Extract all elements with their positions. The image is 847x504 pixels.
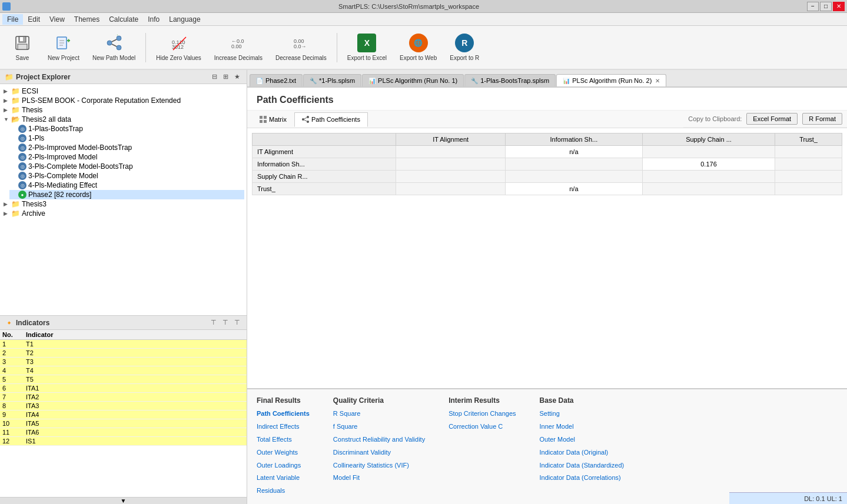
panel-header-icons[interactable]: ⊟ ⊞ ★ <box>210 72 242 81</box>
tab-1plas-bootstrap[interactable]: 🔧 1-Plas-BootsTrap.splsm <box>464 74 556 86</box>
link-indicator-standardized[interactable]: Indicator Data (Standardized) <box>540 460 625 472</box>
link-r-square[interactable]: R Square <box>333 408 425 420</box>
filter-icon-2[interactable]: ⊤ <box>221 318 230 327</box>
ind-row-4[interactable]: 4T4 <box>0 366 247 375</box>
expand-icon-plssem: ▶ <box>4 98 9 104</box>
export-excel-button[interactable]: X Export to Excel <box>342 28 392 66</box>
ind-row-10[interactable]: 10ITA5 <box>0 419 247 428</box>
filter-icon-3[interactable]: ⊤ <box>232 318 242 327</box>
new-path-model-button[interactable]: + New Path Model <box>87 28 141 66</box>
tree-item-1pls[interactable]: ◎ 1-Pls <box>9 133 244 143</box>
tree-item-ecsi[interactable]: ▶ 📁 ECSI <box>2 86 244 96</box>
link-total-effects[interactable]: Total Effects <box>257 434 310 446</box>
ind-row-5[interactable]: 5T5 <box>0 375 247 384</box>
tree-item-4pls-mediating[interactable]: ◎ 4-Pls-Mediating Effect <box>9 181 244 190</box>
results-bottom: Final Results Path Coefficients Indirect… <box>247 388 847 504</box>
tree-item-thesis3[interactable]: ▶ 📁 Thesis3 <box>2 199 244 209</box>
tree-item-thesis[interactable]: ▶ 📁 Thesis <box>2 105 244 115</box>
menu-edit[interactable]: Edit <box>23 14 45 25</box>
tab-close-algo2[interactable]: ✕ <box>655 78 660 84</box>
decrease-decimals-button[interactable]: 0.00 0.0→ Decrease Decimals <box>270 28 332 66</box>
expand-all-icon[interactable]: ⊞ <box>221 72 230 81</box>
link-discriminant-validity[interactable]: Discriminant Validity <box>333 447 425 459</box>
link-setting[interactable]: Setting <box>540 408 625 420</box>
tree-item-archive[interactable]: ▶ 📁 Archive <box>2 209 244 218</box>
tree-item-3pls-complete-bt[interactable]: ◎ 3-Pls-Complete Model-BootsTrap <box>9 162 244 171</box>
link-outer-model[interactable]: Outer Model <box>540 434 625 446</box>
tree-item-1plas-bootstrap[interactable]: ◎ 1-Plas-BootsTrap <box>9 124 244 133</box>
excel-format-button[interactable]: Excel Format <box>746 113 798 125</box>
tab-phase2-txt[interactable]: 📄 Phase2.txt <box>250 74 303 86</box>
ind-row-11[interactable]: 11ITA6 <box>0 428 247 437</box>
tree-label-plssem: PLS-SEM BOOK - Corporate Reputation Exte… <box>22 96 181 105</box>
link-outer-loadings[interactable]: Outer Loadings <box>257 460 310 472</box>
ind-row-8[interactable]: 8ITA3 <box>0 402 247 410</box>
tab-plsc-algo-1[interactable]: 📊 PLSc Algorithm (Run No. 1) <box>362 74 464 86</box>
ind-row-12[interactable]: 12IS1 <box>0 437 247 446</box>
ind-row-1[interactable]: 1T1 <box>0 340 247 349</box>
link-indicator-original[interactable]: Indicator Data (Original) <box>540 447 625 459</box>
folder-icon-ecsi: 📁 <box>11 87 20 95</box>
link-indicator-correlations[interactable]: Indicator Data (Correlations) <box>540 472 625 484</box>
menu-view[interactable]: View <box>45 14 69 25</box>
tree-item-thesis2[interactable]: ▼ 📂 Thesis2 all data <box>2 115 244 124</box>
tree-item-phase2[interactable]: ● Phase2 [82 records] <box>9 190 244 199</box>
link-collinearity-statistics[interactable]: Collinearity Statistics (VIF) <box>333 460 425 472</box>
link-model-fit[interactable]: Model Fit <box>333 472 425 484</box>
menu-themes[interactable]: Themes <box>69 14 104 25</box>
tree-item-plssem[interactable]: ▶ 📁 PLS-SEM BOOK - Corporate Reputation … <box>2 96 244 105</box>
indicators-table: 1T1 2T2 3T3 4T4 5T5 6ITA1 7ITA2 8ITA3 9I… <box>0 340 247 497</box>
link-path-coefficients[interactable]: Path Coefficients <box>257 408 310 420</box>
ind-row-6[interactable]: 6ITA1 <box>0 384 247 393</box>
ind-row-2[interactable]: 2T2 <box>0 349 247 358</box>
minimize-button[interactable]: − <box>807 2 819 11</box>
sub-tab-path-label: Path Coefficients <box>311 116 360 123</box>
indicators-header-icons[interactable]: ⊤ ⊤ ⊤ <box>209 318 242 327</box>
tree-item-3pls-complete[interactable]: ◎ 3-Pls-Complete Model <box>9 171 244 181</box>
tab-plsc-algo-2[interactable]: 📊 PLSc Algorithm (Run No. 2) ✕ <box>556 74 666 88</box>
ind-row-9[interactable]: 9ITA4 <box>0 410 247 419</box>
tab-1pls-splsm[interactable]: 🔧 *1-Pls.splsm <box>303 74 361 86</box>
increase-decimals-button[interactable]: ←0.0 0.00 Increase Decimals <box>209 28 268 66</box>
r-icon-inner: R <box>455 34 474 52</box>
collapse-all-icon[interactable]: ⊟ <box>210 72 219 81</box>
link-stop-criterion[interactable]: Stop Criterion Changes <box>449 408 516 420</box>
hide-zero-values-button[interactable]: 0.110 3012 Hide Zero Values <box>151 28 207 66</box>
link-construct-reliability[interactable]: Construct Reliability and Validity <box>333 434 425 446</box>
close-button[interactable]: ✕ <box>833 2 845 11</box>
link-outer-weights[interactable]: Outer Weights <box>257 447 310 459</box>
maximize-button[interactable]: □ <box>820 2 832 11</box>
export-r-button[interactable]: R Export to R <box>444 28 484 66</box>
tree-item-2pls-improved-bt[interactable]: ◎ 2-Pls-Improved Model-BootsTrap <box>9 143 244 152</box>
link-indirect-effects[interactable]: Indirect Effects <box>257 421 310 433</box>
r-format-button[interactable]: R Format <box>802 113 842 125</box>
final-results-title: Final Results <box>257 396 310 405</box>
link-latent-variable[interactable]: Latent Variable <box>257 472 310 484</box>
link-correction-value[interactable]: Correction Value C <box>449 421 516 433</box>
scroll-down-btn[interactable]: ▼ <box>0 497 247 504</box>
filter-icon-1[interactable]: ⊤ <box>209 318 218 327</box>
cell-trust-trust <box>775 183 842 195</box>
menu-info[interactable]: Info <box>143 14 164 25</box>
ind-row-7[interactable]: 7ITA2 <box>0 393 247 402</box>
link-f-square[interactable]: f Square <box>333 421 425 433</box>
decrease-decimals-label: Decrease Decimals <box>275 55 327 61</box>
sub-tab-matrix[interactable]: Matrix <box>252 112 294 126</box>
save-button[interactable]: Save <box>5 28 40 66</box>
cell-trust-it <box>396 183 506 195</box>
sub-tabs: Matrix Path Coefficients <box>247 112 373 126</box>
menu-calculate[interactable]: Calculate <box>104 14 143 25</box>
export-web-button[interactable]: 🌐 Export to Web <box>394 28 442 66</box>
link-residuals[interactable]: Residuals <box>257 485 310 497</box>
menu-language[interactable]: Language <box>164 14 205 25</box>
col-header-empty <box>253 133 396 146</box>
title-bar-controls[interactable]: − □ ✕ <box>807 2 845 11</box>
export-excel-label: Export to Excel <box>347 55 387 61</box>
ind-row-3[interactable]: 3T3 <box>0 358 247 366</box>
tree-item-2pls-improved[interactable]: ◎ 2-Pls-Improved Model <box>9 152 244 162</box>
link-inner-model[interactable]: Inner Model <box>540 421 625 433</box>
sub-tab-path-coefficients[interactable]: Path Coefficients <box>294 112 368 127</box>
star-icon[interactable]: ★ <box>232 72 242 81</box>
menu-file[interactable]: File <box>2 14 23 25</box>
new-project-button[interactable]: New Project <box>42 28 85 66</box>
